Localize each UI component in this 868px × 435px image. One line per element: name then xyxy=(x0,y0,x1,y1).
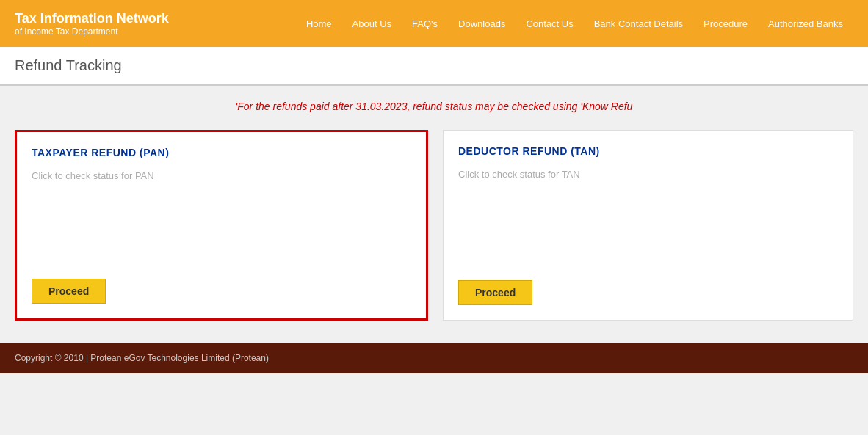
notice-text: 'For the refunds paid after 31.03.2023, … xyxy=(15,100,853,112)
logo: Tax Information Network of Income Tax De… xyxy=(15,11,169,37)
nav-item-contact[interactable]: Contact Us xyxy=(516,18,583,29)
nav-item-faqs[interactable]: FAQ's xyxy=(402,18,448,29)
header: Tax Information Network of Income Tax De… xyxy=(0,0,868,47)
footer: Copyright © 2010 | Protean eGov Technolo… xyxy=(0,343,868,373)
pan-proceed-button[interactable]: Proceed xyxy=(32,279,106,304)
logo-subtitle: of Income Tax Department xyxy=(15,26,169,37)
pan-card: TAXPAYER REFUND (PAN) Click to check sta… xyxy=(15,130,428,321)
page-title-bar: Refund Tracking xyxy=(0,47,868,86)
nav-item-procedure[interactable]: Procedure xyxy=(693,18,758,29)
tan-card: DEDUCTOR REFUND (TAN) Click to check sta… xyxy=(443,130,853,321)
page-title: Refund Tracking xyxy=(15,57,853,74)
nav-item-downloads[interactable]: Downloads xyxy=(448,18,516,29)
nav-item-bank-contact[interactable]: Bank Contact Details xyxy=(584,18,693,29)
nav-item-home[interactable]: Home xyxy=(296,18,342,29)
cards-row: TAXPAYER REFUND (PAN) Click to check sta… xyxy=(15,130,853,321)
logo-title: Tax Information Network xyxy=(15,11,169,26)
tan-proceed-button[interactable]: Proceed xyxy=(458,280,532,305)
tan-card-title: DEDUCTOR REFUND (TAN) xyxy=(458,145,838,157)
tan-card-desc: Click to check status for TAN xyxy=(458,169,838,180)
main-content: 'For the refunds paid after 31.03.2023, … xyxy=(0,86,868,343)
nav-item-about[interactable]: About Us xyxy=(342,18,402,29)
pan-card-desc: Click to check status for PAN xyxy=(32,170,411,181)
pan-card-title: TAXPAYER REFUND (PAN) xyxy=(32,147,411,158)
main-nav: Home About Us FAQ's Downloads Contact Us… xyxy=(296,18,853,29)
nav-item-authorized-banks[interactable]: Authorized Banks xyxy=(758,18,853,29)
footer-text: Copyright © 2010 | Protean eGov Technolo… xyxy=(15,353,269,363)
